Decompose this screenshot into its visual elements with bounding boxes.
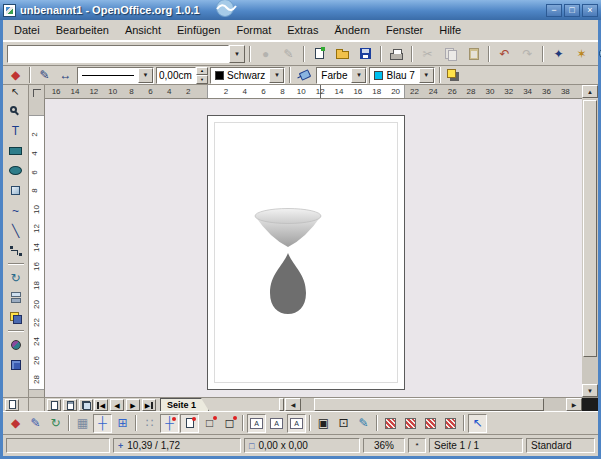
area-dialog-button[interactable] bbox=[295, 67, 314, 84]
vertical-scroll-thumb[interactable] bbox=[583, 100, 597, 357]
exit-all-groups-button[interactable]: ↖ bbox=[468, 414, 487, 433]
open-document-button[interactable] bbox=[332, 44, 353, 64]
url-input[interactable] bbox=[7, 45, 229, 63]
url-dropdown-button[interactable] bbox=[229, 45, 245, 63]
snap-to-object-frame-button[interactable]: □ bbox=[200, 414, 219, 433]
first-page-button[interactable]: ◀ bbox=[94, 399, 108, 411]
show-helplines-button[interactable]: ┼ bbox=[93, 414, 112, 433]
minimize-button[interactable] bbox=[546, 4, 562, 17]
double-click-to-edit-text-button[interactable]: A bbox=[287, 414, 306, 433]
autopilot-star-button[interactable]: ✶ bbox=[571, 44, 592, 64]
shadow-button[interactable] bbox=[445, 67, 464, 84]
redo-button[interactable]: ↷ bbox=[517, 44, 538, 64]
scroll-up-button[interactable] bbox=[582, 85, 598, 98]
connector-button[interactable] bbox=[5, 241, 27, 260]
arrange-button[interactable] bbox=[5, 308, 27, 327]
ruler-origin-box[interactable] bbox=[29, 85, 45, 99]
scroll-left-button[interactable] bbox=[285, 398, 301, 411]
simple-handles-button[interactable]: ▣ bbox=[314, 414, 333, 433]
menu-aendern[interactable]: Ändern bbox=[326, 22, 377, 38]
edit-file-button[interactable]: ✎ bbox=[278, 44, 299, 64]
3d-controller-button[interactable] bbox=[5, 355, 27, 374]
line-width-up-button[interactable] bbox=[196, 67, 208, 76]
menu-extras[interactable]: Extras bbox=[279, 22, 326, 38]
master-view-button[interactable] bbox=[63, 399, 77, 411]
lines-arrows-button[interactable]: ╲ bbox=[5, 221, 27, 240]
3d-objects-button[interactable] bbox=[5, 181, 27, 200]
document-page[interactable] bbox=[207, 115, 405, 390]
menu-hilfe[interactable]: Hilfe bbox=[431, 22, 469, 38]
edit-points-button[interactable]: ◆ bbox=[6, 67, 25, 84]
page-fit-button[interactable] bbox=[5, 399, 19, 411]
rectangle-button[interactable] bbox=[5, 141, 27, 160]
stop-loading-button[interactable]: ● bbox=[255, 44, 276, 64]
horizontal-scroll-thumb[interactable] bbox=[314, 398, 544, 411]
effects-button[interactable] bbox=[5, 335, 27, 354]
layer-view-button[interactable] bbox=[79, 399, 93, 411]
line-width-input[interactable] bbox=[156, 67, 196, 84]
all-placeholders-button[interactable] bbox=[441, 414, 460, 433]
page-tab[interactable]: Seite 1 bbox=[160, 398, 209, 411]
horizontal-scrollbar[interactable] bbox=[285, 398, 582, 411]
fill-type-select[interactable]: Farbe bbox=[316, 67, 367, 84]
previous-page-button[interactable]: ◀ bbox=[110, 399, 124, 411]
next-page-button[interactable]: ▶ bbox=[126, 399, 140, 411]
last-page-button[interactable]: ▶ bbox=[142, 399, 156, 411]
select-text-area-only-button[interactable]: A bbox=[267, 414, 286, 433]
scroll-down-button[interactable] bbox=[582, 384, 598, 397]
save-document-button[interactable] bbox=[355, 44, 376, 64]
status-style-segment[interactable]: Standard bbox=[526, 438, 595, 453]
navigator-button[interactable]: ✦ bbox=[548, 44, 569, 64]
tab-scroll-splitter[interactable] bbox=[279, 398, 284, 411]
line-style-select[interactable] bbox=[77, 67, 154, 84]
vertical-scroll-track[interactable] bbox=[582, 99, 598, 384]
snap-to-page-margins-button[interactable] bbox=[180, 414, 199, 433]
drawing-view-button[interactable] bbox=[47, 399, 61, 411]
menu-einfuegen[interactable]: Einfügen bbox=[169, 22, 228, 38]
cut-button[interactable]: ✂ bbox=[417, 44, 438, 64]
line-color-select[interactable]: Schwarz bbox=[210, 67, 285, 84]
fill-color-dropdown-button[interactable] bbox=[419, 68, 434, 83]
close-button[interactable] bbox=[582, 4, 598, 17]
large-handles-button[interactable]: ⊡ bbox=[334, 414, 353, 433]
new-document-button[interactable] bbox=[309, 44, 330, 64]
status-page-segment[interactable]: Seite 1 / 1 bbox=[429, 438, 523, 453]
text-button[interactable]: T bbox=[5, 121, 27, 140]
menu-format[interactable]: Format bbox=[228, 22, 279, 38]
line-width-down-button[interactable] bbox=[196, 75, 208, 84]
select-button[interactable]: ↖ bbox=[5, 86, 27, 99]
scroll-right-button[interactable] bbox=[566, 398, 582, 411]
menu-bearbeiten[interactable]: Bearbeiten bbox=[48, 22, 117, 38]
ellipse-button[interactable] bbox=[5, 161, 27, 180]
print-document-button[interactable] bbox=[386, 44, 407, 64]
hyperlink-globe-button[interactable] bbox=[594, 44, 601, 64]
picture-placeholder-button[interactable] bbox=[401, 414, 420, 433]
edit-points-mode-button[interactable]: ◆ bbox=[6, 414, 25, 433]
drawing-canvas[interactable] bbox=[45, 99, 582, 397]
horizontal-scroll-track[interactable] bbox=[301, 398, 566, 411]
undo-button[interactable]: ↶ bbox=[494, 44, 515, 64]
zoom-button[interactable] bbox=[5, 101, 27, 120]
snap-to-object-points-button[interactable]: ◻ bbox=[220, 414, 239, 433]
maximize-button[interactable] bbox=[564, 4, 580, 17]
vertical-ruler[interactable]: 246810121416182022242628 bbox=[29, 99, 45, 397]
menu-fenster[interactable]: Fenster bbox=[378, 22, 431, 38]
edit-gluepoints-mode-button[interactable]: ✎ bbox=[26, 414, 45, 433]
curve-button[interactable]: ~ bbox=[5, 201, 27, 220]
show-snap-lines-button[interactable]: ∷ bbox=[140, 414, 159, 433]
menu-datei[interactable]: Datei bbox=[6, 22, 48, 38]
line-style-dropdown-button[interactable] bbox=[138, 68, 153, 83]
rotation-mode-after-click-button[interactable]: ↻ bbox=[46, 414, 65, 433]
show-grid-button[interactable]: ▦ bbox=[73, 414, 92, 433]
horizontal-ruler[interactable]: 1614121086422468101214161820222426283032… bbox=[45, 85, 582, 99]
snap-to-grid-button[interactable]: ⊞ bbox=[113, 414, 132, 433]
vertical-scrollbar[interactable] bbox=[582, 99, 598, 397]
line-color-dropdown-button[interactable] bbox=[269, 68, 284, 83]
alignment-button[interactable] bbox=[5, 288, 27, 307]
fill-color-select[interactable]: Blau 7 bbox=[369, 67, 434, 84]
fill-type-dropdown-button[interactable] bbox=[351, 68, 366, 83]
arrow-style-button[interactable]: ↔ bbox=[56, 67, 75, 84]
quick-edit-button[interactable]: A bbox=[247, 414, 266, 433]
copy-button[interactable] bbox=[440, 44, 461, 64]
line-dialog-button[interactable]: ✎ bbox=[35, 67, 54, 84]
